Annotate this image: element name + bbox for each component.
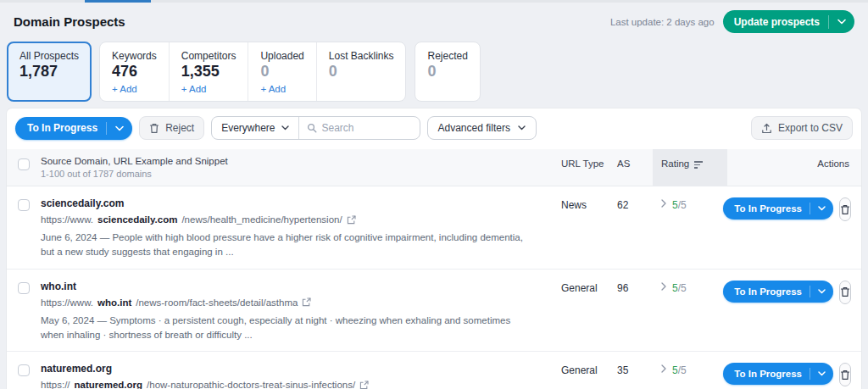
row-status-label: To In Progress xyxy=(734,369,802,379)
column-rating[interactable]: Rating xyxy=(653,149,727,186)
tab-label: Competitors xyxy=(181,50,236,62)
tab-uploaded[interactable]: Uploaded 0 + Add xyxy=(248,42,316,101)
url-example[interactable]: https://www.who.int/news-room/fact-sheet… xyxy=(41,297,524,308)
chevron-down-icon xyxy=(518,125,526,131)
url-example[interactable]: https://naturemed.org/how-naturopathic-d… xyxy=(41,380,524,389)
row-checkbox[interactable] xyxy=(18,282,30,294)
tab-all-prospects[interactable]: All Prospects 1,787 xyxy=(7,42,92,102)
as-value: 96 xyxy=(609,270,653,352)
chevron-down-icon xyxy=(828,15,854,29)
url-path: /how-naturopathic-doctors-treat-sinus-in… xyxy=(147,380,355,389)
chevron-down-icon[interactable] xyxy=(106,122,132,135)
external-link-icon[interactable] xyxy=(359,381,369,389)
url-domain: sciencedaily.com xyxy=(97,214,177,225)
update-prospects-label: Update prospects xyxy=(734,16,820,28)
rating-cell[interactable]: 5/5 xyxy=(653,270,727,352)
url-example[interactable]: https://www.sciencedaily.com/news/health… xyxy=(41,214,524,225)
select-all-checkbox[interactable] xyxy=(18,158,30,170)
row-status-button[interactable]: To In Progress xyxy=(723,281,833,303)
tab-count: 0 xyxy=(427,63,467,81)
row-actions: To In Progress xyxy=(727,352,861,389)
page-header: Domain Prospects Last update: 2 days ago… xyxy=(0,3,868,39)
tab-rejected[interactable]: Rejected 0 xyxy=(415,42,480,102)
source-domain[interactable]: sciencedaily.com xyxy=(41,197,524,209)
url-path: /news-room/fact-sheets/detail/asthma xyxy=(136,297,298,308)
url-prefix: https://www. xyxy=(41,297,93,308)
domain-prospects-screen: Domain Prospects Last update: 2 days ago… xyxy=(0,0,868,389)
tab-count: 476 xyxy=(112,63,157,81)
row-status-button[interactable]: To In Progress xyxy=(723,197,833,220)
row-delete-button[interactable] xyxy=(839,197,851,221)
as-value: 35 xyxy=(609,352,653,389)
table-row: who.int https://www.who.int/news-room/fa… xyxy=(7,270,861,353)
chevron-right-icon[interactable] xyxy=(661,199,666,208)
url-prefix: https:// xyxy=(41,380,70,389)
bulk-action-button[interactable]: To In Progress xyxy=(15,117,132,140)
tab-lost-backlinks[interactable]: Lost Backlinks 0 xyxy=(317,42,406,101)
column-as[interactable]: AS xyxy=(609,149,653,186)
export-csv-button[interactable]: Export to CSV xyxy=(751,116,853,140)
chevron-right-icon[interactable] xyxy=(661,364,666,373)
row-checkbox-cell xyxy=(7,186,41,269)
url-path: /news/health_medicine/hypertension/ xyxy=(181,214,342,225)
column-source-domain: Source Domain, URL Example and Snippet xyxy=(41,156,524,166)
row-status-button[interactable]: To In Progress xyxy=(723,363,833,385)
chevron-down-icon[interactable] xyxy=(810,203,833,214)
column-rating-label: Rating xyxy=(661,158,689,169)
tab-label: Lost Backlinks xyxy=(329,50,394,62)
rating-value: 5 xyxy=(672,282,678,294)
source-domain[interactable]: naturemed.org xyxy=(41,363,524,375)
search-input[interactable] xyxy=(322,122,412,134)
row-delete-button[interactable] xyxy=(839,363,851,386)
tab-keywords[interactable]: Keywords 476 + Add xyxy=(100,42,170,101)
chevron-right-icon[interactable] xyxy=(661,282,666,291)
chevron-down-icon xyxy=(281,125,289,131)
column-url-type[interactable]: URL Type xyxy=(549,149,609,186)
row-checkbox-cell xyxy=(7,270,41,352)
search-group: Everywhere xyxy=(211,116,420,140)
advanced-filters-button[interactable]: Advanced filters xyxy=(427,116,537,140)
row-checkbox[interactable] xyxy=(18,364,30,376)
column-actions: Actions xyxy=(727,149,861,186)
chevron-down-icon[interactable] xyxy=(810,368,833,380)
reject-button[interactable]: Reject xyxy=(139,116,204,140)
tab-label: Uploaded xyxy=(260,50,303,62)
url-domain: naturemed.org xyxy=(75,380,143,389)
tab-count: 1,787 xyxy=(19,63,79,81)
toolbar: To In Progress Reject Everywhere xyxy=(7,108,861,147)
rating-cell[interactable]: 5/5 xyxy=(653,186,727,269)
search-scope-dropdown[interactable]: Everywhere xyxy=(212,117,298,139)
add-uploaded-link[interactable]: + Add xyxy=(260,84,303,94)
tab-group: Keywords 476 + Add Competitors 1,355 + A… xyxy=(99,42,406,102)
trash-icon xyxy=(149,123,159,134)
table-row: sciencedaily.com https://www.sciencedail… xyxy=(7,186,861,270)
row-main-cell: naturemed.org https://naturemed.org/how-… xyxy=(41,352,549,389)
row-checkbox[interactable] xyxy=(18,199,30,211)
rating-max: /5 xyxy=(678,282,687,294)
prospect-tabs: All Prospects 1,787 Keywords 476 + Add C… xyxy=(0,42,868,102)
tab-count: 0 xyxy=(329,63,394,81)
url-type-value: General xyxy=(549,270,609,352)
sort-descending-icon[interactable] xyxy=(694,161,703,169)
header-right: Last update: 2 days ago Update prospects xyxy=(610,10,854,33)
table-header: Source Domain, URL Example and Snippet 1… xyxy=(7,149,861,186)
chevron-down-icon[interactable] xyxy=(810,286,833,297)
add-competitors-link[interactable]: + Add xyxy=(181,84,236,94)
top-strip-accent xyxy=(85,0,151,3)
source-domain[interactable]: who.int xyxy=(41,281,524,292)
trash-icon xyxy=(840,204,850,215)
external-link-icon[interactable] xyxy=(302,297,311,307)
update-prospects-button[interactable]: Update prospects xyxy=(723,10,854,33)
row-actions: To In Progress xyxy=(727,186,861,269)
rating-cell[interactable]: 5/5 xyxy=(653,352,727,389)
row-delete-button[interactable] xyxy=(839,281,851,304)
tab-competitors[interactable]: Competitors 1,355 + Add xyxy=(170,42,249,101)
export-csv-label: Export to CSV xyxy=(778,122,843,134)
add-keywords-link[interactable]: + Add xyxy=(112,84,157,94)
external-link-icon[interactable] xyxy=(347,215,356,225)
row-actions: To In Progress xyxy=(727,270,861,352)
snippet: May 6, 2024 — Symptoms · a persistent co… xyxy=(41,314,524,343)
rating-max: /5 xyxy=(678,199,687,211)
url-type-value: News xyxy=(549,186,609,269)
snippet: June 6, 2024 — People with high blood pr… xyxy=(41,231,524,260)
